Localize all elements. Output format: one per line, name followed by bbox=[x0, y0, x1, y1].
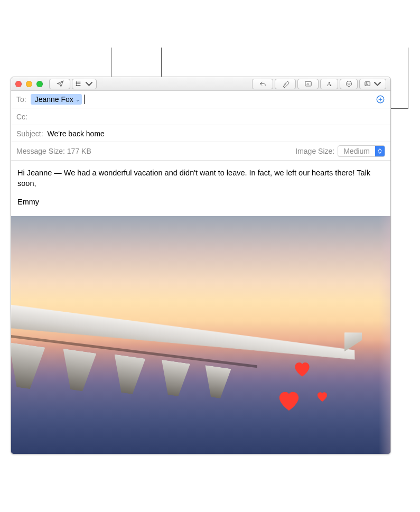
attached-image[interactable] bbox=[11, 216, 390, 454]
svg-point-1 bbox=[76, 82, 77, 82]
heart-icon bbox=[316, 392, 328, 402]
heart-icon bbox=[277, 390, 301, 412]
to-field-row[interactable]: To: Jeanne Fox ⌄ bbox=[11, 91, 390, 108]
image-size-select[interactable]: Medium bbox=[338, 145, 385, 157]
subject-value: We're back home bbox=[48, 129, 105, 138]
recipient-pill[interactable]: Jeanne Fox ⌄ bbox=[31, 94, 82, 105]
window-traffic-lights bbox=[15, 81, 43, 87]
recipient-name: Jeanne Fox bbox=[35, 95, 73, 104]
to-label: To: bbox=[16, 95, 26, 104]
markup-button[interactable] bbox=[297, 79, 319, 89]
body-paragraph: Hi Jeanne — We had a wonderful vacation … bbox=[17, 168, 384, 189]
heart-icon bbox=[293, 361, 311, 377]
svg-point-9 bbox=[349, 83, 350, 83]
send-button[interactable] bbox=[49, 79, 70, 89]
message-size-label: Message Size: bbox=[16, 147, 65, 155]
message-size-row: Message Size: 177 KB Image Size: Medium bbox=[11, 142, 390, 161]
photo-browser-button[interactable] bbox=[359, 79, 386, 89]
format-button[interactable]: A bbox=[320, 79, 338, 89]
image-size-value: Medium bbox=[338, 147, 375, 155]
subject-field-row[interactable]: Subject: We're back home bbox=[11, 125, 390, 142]
attachment-area bbox=[11, 216, 390, 454]
window-zoom-button[interactable] bbox=[36, 81, 43, 87]
image-size-label: Image Size: bbox=[295, 147, 334, 155]
subject-label: Subject: bbox=[16, 129, 43, 138]
message-size-value: 177 KB bbox=[67, 147, 91, 155]
reply-button[interactable] bbox=[252, 79, 273, 89]
airplane-wing bbox=[11, 325, 355, 431]
text-cursor bbox=[84, 95, 85, 104]
svg-point-5 bbox=[76, 85, 77, 86]
attach-button[interactable] bbox=[275, 79, 296, 89]
window-minimize-button[interactable] bbox=[26, 81, 32, 87]
window-titlebar: A bbox=[11, 77, 390, 91]
body-signature: Emmy bbox=[17, 197, 384, 208]
svg-point-8 bbox=[348, 83, 348, 83]
header-fields-menu-button[interactable] bbox=[72, 79, 97, 89]
callout-line bbox=[408, 48, 408, 108]
message-body[interactable]: Hi Jeanne — We had a wonderful vacation … bbox=[11, 161, 390, 208]
header-fields: To: Jeanne Fox ⌄ Cc: Subject bbox=[11, 91, 390, 161]
stepper-arrows-icon bbox=[375, 146, 385, 156]
mail-compose-window: A bbox=[11, 77, 391, 454]
cc-label: Cc: bbox=[16, 113, 27, 121]
emoji-picker-button[interactable] bbox=[340, 79, 358, 89]
window-close-button[interactable] bbox=[15, 81, 22, 87]
cc-field-row[interactable]: Cc: bbox=[11, 108, 390, 125]
chevron-down-icon[interactable]: ⌄ bbox=[76, 97, 80, 103]
add-contact-button[interactable] bbox=[376, 95, 385, 104]
callout-line bbox=[388, 108, 408, 109]
svg-point-3 bbox=[76, 83, 77, 84]
svg-point-7 bbox=[346, 81, 351, 87]
